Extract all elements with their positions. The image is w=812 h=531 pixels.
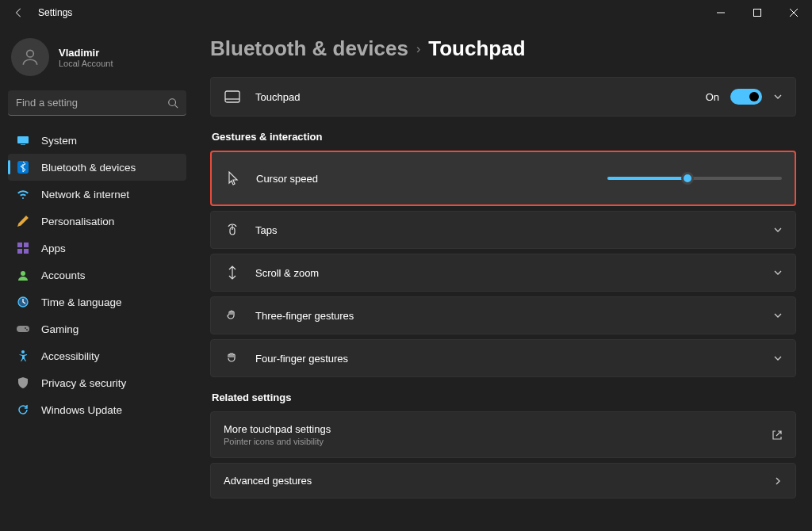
- chevron-down-icon: [773, 311, 783, 320]
- more-touchpad-card[interactable]: More touchpad settings Pointer icons and…: [210, 411, 796, 458]
- sidebar-item-label: Time & language: [41, 296, 122, 308]
- sidebar-item-privacy[interactable]: Privacy & security: [8, 369, 186, 396]
- time-icon: [16, 295, 30, 309]
- sidebar-item-label: Accounts: [41, 269, 86, 281]
- touchpad-toggle-card[interactable]: Touchpad On: [210, 77, 796, 117]
- touchpad-label: Touchpad: [255, 91, 706, 103]
- sidebar-item-bluetooth[interactable]: Bluetooth & devices: [8, 154, 186, 181]
- sidebar-item-accessibility[interactable]: Accessibility: [8, 342, 186, 369]
- personalisation-icon: [16, 214, 30, 228]
- sidebar-item-time[interactable]: Time & language: [8, 288, 186, 315]
- sidebar-item-label: Accessibility: [41, 350, 100, 362]
- system-icon: [16, 133, 30, 147]
- four-finger-icon: [224, 351, 241, 365]
- svg-point-14: [21, 271, 25, 276]
- touchpad-icon: [224, 90, 241, 103]
- search-input[interactable]: [8, 90, 186, 116]
- sidebar-item-label: Gaming: [41, 323, 79, 335]
- chevron-down-icon: [773, 225, 783, 235]
- update-icon: [16, 403, 30, 417]
- cursor-speed-slider[interactable]: [607, 177, 782, 180]
- three-finger-label: Three-finger gestures: [255, 310, 773, 322]
- chevron-down-icon[interactable]: [773, 92, 783, 101]
- sidebar-item-accounts[interactable]: Accounts: [8, 262, 186, 288]
- chevron-right-icon: [773, 476, 783, 486]
- touchpad-toggle[interactable]: [730, 89, 762, 105]
- svg-point-4: [27, 50, 34, 57]
- svg-rect-17: [17, 326, 29, 332]
- svg-rect-13: [24, 249, 29, 254]
- more-touchpad-label: More touchpad settings: [224, 423, 772, 435]
- four-finger-card[interactable]: Four-finger gestures: [210, 339, 796, 377]
- taps-label: Taps: [255, 224, 773, 236]
- breadcrumb-parent[interactable]: Bluetooth & devices: [210, 36, 408, 61]
- svg-rect-12: [17, 249, 22, 254]
- three-finger-icon: [224, 308, 241, 323]
- taps-card[interactable]: Taps: [210, 211, 796, 249]
- accessibility-icon: [16, 349, 30, 363]
- sidebar-item-update[interactable]: Windows Update: [8, 396, 186, 423]
- sidebar-item-label: Network & internet: [41, 189, 129, 201]
- svg-point-18: [25, 327, 26, 329]
- cursor-speed-card[interactable]: Cursor speed: [210, 151, 796, 206]
- open-external-icon: [772, 430, 783, 441]
- profile-name: Vladimir: [59, 47, 113, 59]
- breadcrumb: Bluetooth & devices › Touchpad: [210, 36, 796, 61]
- sidebar-item-label: Bluetooth & devices: [41, 162, 136, 174]
- svg-rect-11: [24, 243, 29, 247]
- minimize-button[interactable]: [703, 0, 739, 25]
- search: [8, 90, 186, 116]
- gaming-icon: [16, 322, 30, 336]
- chevron-down-icon: [773, 353, 783, 363]
- accounts-icon: [16, 268, 30, 282]
- apps-icon: [16, 241, 30, 255]
- sidebar-item-apps[interactable]: Apps: [8, 235, 186, 262]
- svg-point-20: [21, 350, 25, 353]
- scroll-icon: [224, 266, 241, 280]
- search-icon: [167, 97, 178, 109]
- svg-rect-1: [754, 10, 761, 17]
- chevron-down-icon: [773, 268, 783, 277]
- scroll-zoom-label: Scroll & zoom: [255, 267, 773, 279]
- sidebar-item-label: System: [41, 135, 77, 147]
- profile[interactable]: Vladimir Local Account: [8, 35, 186, 87]
- maximize-button[interactable]: [739, 0, 776, 25]
- three-finger-card[interactable]: Three-finger gestures: [210, 296, 796, 334]
- back-button[interactable]: [11, 5, 27, 21]
- svg-rect-10: [17, 243, 22, 247]
- svg-point-5: [169, 99, 176, 106]
- privacy-icon: [16, 376, 30, 390]
- advanced-gestures-label: Advanced gestures: [224, 475, 773, 487]
- sidebar-item-wifi[interactable]: Network & internet: [8, 181, 186, 208]
- window-title: Settings: [38, 7, 703, 18]
- chevron-right-icon: ›: [416, 42, 420, 56]
- sidebar-item-system[interactable]: System: [8, 127, 186, 154]
- svg-line-6: [175, 105, 178, 109]
- sidebar-item-label: Personalisation: [41, 216, 114, 227]
- wifi-icon: [16, 187, 30, 201]
- section-gestures: Gestures & interaction: [212, 131, 796, 143]
- sidebar-item-label: Privacy & security: [41, 377, 126, 389]
- more-touchpad-sub: Pointer icons and visibility: [224, 437, 772, 446]
- cursor-speed-label: Cursor speed: [256, 173, 607, 185]
- profile-sub: Local Account: [59, 59, 113, 68]
- touchpad-state: On: [706, 91, 719, 103]
- breadcrumb-current: Touchpad: [428, 36, 525, 61]
- four-finger-label: Four-finger gestures: [255, 353, 773, 365]
- bluetooth-icon: [16, 160, 30, 174]
- advanced-gestures-card[interactable]: Advanced gestures: [210, 463, 796, 499]
- sidebar-item-gaming[interactable]: Gaming: [8, 315, 186, 342]
- section-related: Related settings: [212, 392, 796, 403]
- scroll-zoom-card[interactable]: Scroll & zoom: [210, 254, 796, 292]
- sidebar-item-personalisation[interactable]: Personalisation: [8, 208, 186, 235]
- svg-point-19: [26, 329, 28, 330]
- close-button[interactable]: [776, 0, 812, 25]
- tap-icon: [224, 223, 241, 237]
- svg-rect-21: [225, 91, 239, 102]
- cursor-icon: [224, 171, 242, 185]
- svg-rect-7: [17, 136, 29, 143]
- avatar: [11, 38, 49, 76]
- sidebar-item-label: Apps: [41, 243, 66, 254]
- sidebar-item-label: Windows Update: [41, 404, 122, 416]
